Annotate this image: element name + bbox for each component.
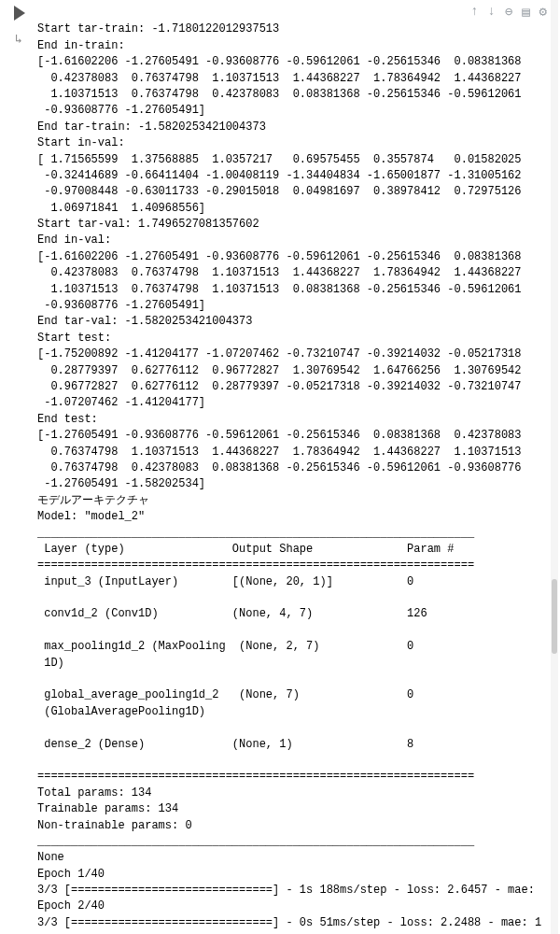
cell-toolbar: ↑ ↓ ⊖ ▤ ⚙ (470, 4, 547, 20)
output-line (37, 721, 474, 734)
output-indicator-icon: ↳ (15, 32, 22, 47)
move-up-icon[interactable]: ↑ (470, 4, 478, 20)
output-line: 0.96772827 0.62776112 0.28779397 -0.0521… (37, 380, 521, 393)
scrollbar-thumb[interactable] (552, 579, 557, 654)
output-line: ________________________________________… (37, 835, 474, 848)
output-line: End tar-val: -1.5820253421004373 (37, 315, 252, 328)
output-line: [-1.61602206 -1.27605491 -0.93608776 -0.… (37, 55, 521, 68)
output-line: Epoch 1/40 (37, 868, 105, 881)
output-line: [-1.75200892 -1.41204177 -1.07207462 -0.… (37, 347, 521, 361)
output-line: dense_2 (Dense) (None, 1) 8 (37, 738, 474, 751)
output-area: Start tar-train: -1.7180122012937513 End… (37, 0, 560, 934)
output-line: ________________________________________… (37, 527, 474, 540)
output-line: [ 1.71565599 1.37568885 1.0357217 0.6957… (37, 153, 521, 166)
output-line: 0.28779397 0.62776112 0.96772827 1.30769… (37, 364, 521, 377)
output-line: Non-trainable params: 0 (37, 819, 192, 832)
output-line (37, 624, 474, 637)
output-line: Start tar-val: 1.7496527081357602 (37, 218, 259, 231)
output-line: global_average_pooling1d_2 (None, 7) 0 (37, 688, 474, 701)
output-line: 3/3 [==============================] - 0… (37, 916, 541, 929)
output-line: max_pooling1d_2 (MaxPooling (None, 2, 7)… (37, 640, 474, 653)
output-line: -0.93608776 -1.27605491] (37, 104, 205, 117)
output-line: Layer (type) Output Shape Param # (37, 543, 474, 556)
output-line: 0.76374798 1.10371513 1.44368227 1.78364… (37, 446, 521, 459)
output-line (37, 754, 474, 767)
scrollbar-track[interactable] (551, 0, 558, 934)
output-line: Start tar-train: -1.7180122012937513 (37, 22, 279, 35)
output-line: Start test: (37, 332, 111, 345)
output-line: 0.42378083 0.76374798 1.10371513 1.44368… (37, 266, 521, 279)
output-line: 1.10371513 0.76374798 0.42378083 0.08381… (37, 88, 521, 101)
output-line: Epoch 2/40 (37, 899, 105, 913)
output-line: Total params: 134 (37, 786, 151, 800)
output-line: Start in-val: (37, 136, 125, 149)
output-line: -0.97008448 -0.63011733 -0.29015018 0.04… (37, 185, 521, 198)
output-line: End tar-train: -1.5820253421004373 (37, 120, 266, 134)
output-line: End test: (37, 413, 98, 426)
output-line: モデルアーキテクチャ (37, 494, 149, 507)
output-line: 1.10371513 0.76374798 1.10371513 0.08381… (37, 283, 521, 296)
output-text: Start tar-train: -1.7180122012937513 End… (37, 21, 556, 931)
output-line: -0.32414689 -0.66411404 -1.00408119 -1.3… (37, 169, 521, 182)
output-line: -0.93608776 -1.27605491] (37, 299, 205, 312)
output-line: input_3 (InputLayer) [(None, 20, 1)] 0 (37, 575, 474, 588)
output-line: -1.07207462 -1.41204177] (37, 396, 205, 409)
move-down-icon[interactable]: ↓ (487, 4, 495, 20)
output-line: 1D) (37, 657, 474, 670)
output-line: Model: "model_2" (37, 510, 145, 523)
output-line: (GlobalAveragePooling1D) (37, 705, 474, 718)
settings-icon[interactable]: ⚙ (539, 4, 547, 20)
output-line: conv1d_2 (Conv1D) (None, 4, 7) 126 (37, 607, 474, 620)
output-line: ========================================… (37, 770, 474, 783)
output-line: ========================================… (37, 559, 474, 572)
output-line: End in-train: (37, 39, 125, 52)
output-line: None (37, 851, 64, 864)
output-line: 1.06971841 1.40968556] (37, 202, 205, 215)
output-line (37, 672, 474, 686)
output-line: [-1.61602206 -1.27605491 -0.93608776 -0.… (37, 250, 521, 263)
output-line: [-1.27605491 -0.93608776 -0.59612061 -0.… (37, 429, 521, 442)
link-icon[interactable]: ⊖ (505, 4, 512, 20)
output-line: 3/3 [==============================] - 1… (37, 884, 541, 897)
output-line: -1.27605491 -1.58202534] (37, 477, 205, 490)
output-line: 0.42378083 0.76374798 1.10371513 1.44368… (37, 72, 521, 85)
output-line: 0.76374798 0.42378083 0.08381368 -0.2561… (37, 461, 521, 474)
output-line: Trainable params: 134 (37, 802, 178, 815)
cell-gutter: ↳ (0, 0, 37, 934)
run-cell-icon[interactable] (14, 6, 25, 21)
comment-icon[interactable]: ▤ (522, 4, 529, 20)
output-line: End in-val: (37, 234, 111, 247)
output-line (37, 591, 474, 604)
